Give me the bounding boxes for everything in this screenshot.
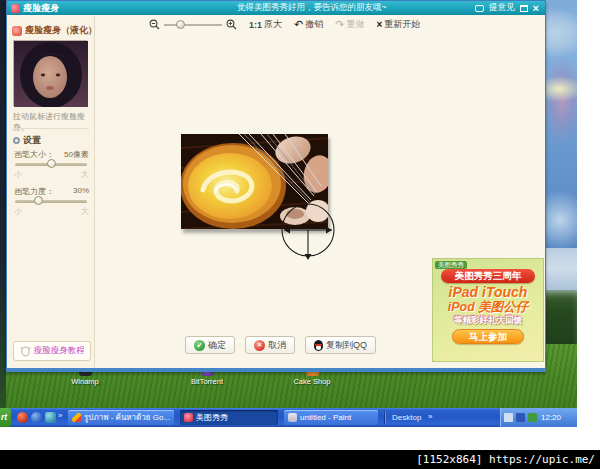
undo-label: 撤销 (305, 18, 323, 31)
ok-button[interactable]: ✓ 确定 (185, 336, 235, 354)
brush-strength-slider-thumb[interactable] (34, 196, 43, 205)
face-doodle-icon (20, 345, 31, 357)
brush-size-label: 画笔大小： (14, 149, 54, 160)
zoom-slider[interactable] (164, 24, 222, 26)
copy-to-qq-label: 复制到QQ (326, 339, 367, 352)
copy-to-qq-button[interactable]: 复制到QQ (305, 336, 376, 354)
actual-size-button[interactable]: 1:1 原大 (249, 18, 282, 31)
tool-sidebar: 瘦脸瘦身（液化） (8, 16, 95, 368)
undo-button[interactable]: ↶ 撤销 (294, 18, 323, 31)
max-label: 大 (81, 206, 89, 217)
desktop-icon-label: Cake Shop (282, 377, 342, 386)
settings-label: 设置 (23, 134, 41, 147)
restore-button[interactable] (520, 5, 528, 12)
zoom-slider-thumb[interactable] (176, 20, 185, 29)
min-label: 小 (14, 169, 22, 180)
restart-icon: × (376, 19, 382, 30)
feedback-bubble-icon (475, 5, 484, 12)
tutorial-button[interactable]: 瘦脸瘦身教程 (13, 341, 91, 361)
desktop-icon-label: Winamp (55, 377, 115, 386)
desktop-toolbar-label[interactable]: Desktop (392, 413, 421, 422)
undo-icon: ↶ (294, 20, 303, 29)
browser-icon (72, 413, 81, 422)
watermark-bar: [1152x864] https://upic.me/ (0, 450, 600, 469)
restart-button[interactable]: × 重新开始 (376, 18, 420, 31)
quick-launch-icon-1[interactable] (17, 412, 28, 423)
quick-launch-icon-2[interactable] (31, 412, 42, 423)
x-icon: × (254, 340, 265, 351)
system-tray: 12:20 (500, 408, 577, 427)
ok-label: 确定 (208, 339, 226, 352)
desktop-icon-label: BitTorrent (177, 377, 237, 386)
promo-ad[interactable]: 美图秀秀 美图秀秀三周年 iPad iTouch iPod 美图公仔 等精彩好礼… (432, 258, 544, 362)
dialog-actions: ✓ 确定 × 取消 复制到QQ (185, 336, 376, 354)
task-label: 美图秀秀 (196, 412, 228, 423)
window-titlebar[interactable]: 瘦脸瘦身 觉得美图秀秀好用，要告诉您的朋友哦~ 提意见 × (7, 1, 545, 15)
zoom-out-icon[interactable] (149, 19, 160, 30)
desktop-screenshot: Winamp BitTorrent Cake Shop 瘦脸瘦身 觉得美图秀秀好… (0, 0, 577, 427)
quick-launch-overflow[interactable]: » (58, 411, 62, 420)
close-button[interactable]: × (533, 3, 539, 13)
tool-instruction: 拉动鼠标进行瘦脸瘦身。 (13, 111, 91, 133)
meitu-slim-window: 瘦脸瘦身 觉得美图秀秀好用，要告诉您的朋友哦~ 提意见 × 瘦脸瘦身（液化） (6, 0, 546, 372)
max-label: 大 (81, 169, 89, 180)
canvas-toolbar: 1:1 原大 ↶ 撤销 ↷ 重做 × 重新开始 (149, 17, 420, 32)
redo-label: 重做 (346, 18, 364, 31)
tool-header-label: 瘦脸瘦身（液化） (25, 24, 97, 37)
brush-size-minmax: 小 大 (14, 169, 89, 180)
zoom-in-icon[interactable] (226, 19, 237, 30)
brush-size-value: 50像素 (64, 149, 89, 160)
brush-size-slider-thumb[interactable] (47, 159, 56, 168)
brush-strength-label: 画笔力度： (14, 186, 54, 197)
min-label: 小 (14, 206, 22, 217)
ad-prize-line3: 等精彩好礼大回馈 (433, 315, 543, 326)
cancel-label: 取消 (268, 339, 286, 352)
meitu-icon (184, 413, 193, 422)
window-title: 瘦脸瘦身 (23, 2, 59, 15)
cancel-button[interactable]: × 取消 (245, 336, 295, 354)
taskbar-task-meitu[interactable]: 美图秀秀 (180, 410, 278, 425)
settings-icon (13, 137, 20, 144)
portrait-image (14, 41, 88, 107)
taskbar-task-paint[interactable]: untitled - Paint (284, 410, 378, 425)
tutorial-label: 瘦脸瘦身教程 (34, 345, 85, 357)
brush-strength-row: 画笔力度： 30% (14, 186, 89, 197)
redo-button[interactable]: ↷ 重做 (335, 18, 364, 31)
desktop-toolbar-overflow[interactable]: » (428, 412, 432, 421)
actual-size-label: 原大 (264, 18, 282, 31)
ad-brand-tag: 美图秀秀 (435, 261, 467, 269)
taskbar-clock: 12:20 (541, 413, 561, 422)
tray-icon-1[interactable] (504, 413, 513, 422)
ratio-label: 1:1 (249, 20, 262, 30)
tray-icon-3[interactable] (528, 413, 537, 422)
taskbar-separator (384, 411, 386, 424)
brush-strength-slider[interactable] (15, 200, 87, 203)
ad-prize-line1: iPad iTouch (433, 285, 543, 300)
brush-size-slider[interactable] (15, 163, 87, 166)
ad-banner: 美图秀秀三周年 (441, 269, 535, 283)
settings-header: 设置 (13, 134, 41, 147)
ad-prize-line2: iPod 美图公仔 (433, 300, 543, 314)
slim-face-icon (12, 26, 22, 36)
quick-launch-icon-3[interactable] (45, 412, 56, 423)
taskbar: rt » รูปภาพ - ค้นหาด้วย Go... 美图秀秀 untit… (0, 408, 577, 427)
task-label: รูปภาพ - ค้นหาด้วย Go... (84, 411, 170, 424)
qq-penguin-icon (314, 340, 323, 351)
ad-join-button[interactable]: 马上参加 (452, 329, 524, 344)
preview-portrait (13, 40, 87, 106)
paint-icon (288, 413, 297, 422)
watermark-text: [1152x864] https://upic.me/ (416, 453, 595, 466)
brush-strength-value: 30% (73, 186, 89, 197)
taskbar-task-google-images[interactable]: รูปภาพ - ค้นหาด้วย Go... (68, 410, 174, 425)
redo-icon: ↷ (335, 20, 344, 29)
screenshot-stage: Winamp BitTorrent Cake Shop 瘦脸瘦身 觉得美图秀秀好… (0, 0, 600, 469)
start-button[interactable]: rt (0, 408, 11, 427)
tray-icon-2[interactable] (516, 413, 525, 422)
tool-header: 瘦脸瘦身（液化） (12, 24, 97, 37)
restart-label: 重新开始 (384, 18, 420, 31)
feedback-button[interactable]: 提意见 (489, 2, 515, 14)
divider (13, 128, 89, 129)
liquify-brush-cursor[interactable] (277, 202, 339, 264)
brush-strength-minmax: 小 大 (14, 206, 89, 217)
app-icon (11, 4, 20, 13)
